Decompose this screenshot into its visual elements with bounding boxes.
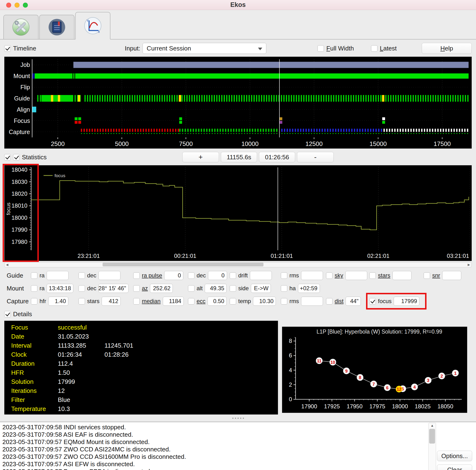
- median-value-field[interactable]: 1184: [163, 297, 184, 306]
- svg-text:18030: 18030: [11, 179, 27, 185]
- ecc-value-field[interactable]: 0.50: [207, 297, 227, 306]
- zoom-out-button[interactable]: -: [297, 152, 334, 162]
- ha-value-field[interactable]: +02:59: [298, 284, 320, 293]
- dec-value-field[interactable]: [99, 271, 120, 280]
- stat-label: alt: [197, 285, 203, 292]
- hfr-value-field[interactable]: 1.40: [48, 297, 68, 306]
- vscroll-thumb[interactable]: [429, 429, 435, 444]
- ra-checkbox[interactable]: [31, 285, 37, 292]
- statistics-hscrollbar[interactable]: ◀ ▶: [4, 262, 472, 267]
- log-panel[interactable]: 2023-05-31T07:09:58 INDI services stoppe…: [0, 422, 476, 470]
- svg-text:18020: 18020: [11, 191, 27, 197]
- input-session-value: Current Session: [147, 45, 191, 52]
- focus-value-field[interactable]: 17999: [394, 297, 419, 306]
- az-value-field[interactable]: 252.62: [150, 284, 173, 293]
- stars-value-field[interactable]: 412: [102, 297, 121, 306]
- detail-value: 11133.285: [58, 342, 104, 349]
- hscroll-thumb[interactable]: [102, 263, 263, 266]
- sky-value-field[interactable]: [345, 271, 367, 280]
- statistics-checkbox-left[interactable]: [4, 154, 11, 160]
- zoom-button[interactable]: [23, 3, 28, 8]
- drift-value-field[interactable]: [250, 271, 272, 280]
- timeline-checkbox[interactable]: [4, 45, 11, 52]
- detail-row-hfr: HFR1.50: [4, 368, 278, 377]
- details-checkbox[interactable]: [4, 311, 11, 317]
- tab-analyze[interactable]: Y x: [75, 12, 110, 39]
- statistics-label: Statistics: [22, 154, 47, 161]
- help-button[interactable]: Help: [422, 43, 472, 54]
- alt-checkbox[interactable]: [188, 285, 194, 292]
- stat-label: side: [238, 285, 249, 292]
- statistics-chart[interactable]: 1798017990180001801018020180301804023:21…: [4, 165, 472, 261]
- zoom-in-button[interactable]: +: [182, 152, 219, 162]
- temp-checkbox[interactable]: [230, 298, 236, 305]
- alt-value-field[interactable]: 49.35: [205, 284, 227, 293]
- scroll-left-icon[interactable]: ◀: [6, 263, 8, 267]
- splitter-handle[interactable]: [0, 415, 476, 422]
- detail-row-date: Date31.05.2023: [4, 332, 278, 341]
- timeline-controls-bar: Timeline Input: Current Session Full Wid…: [4, 42, 472, 54]
- temp-value-field[interactable]: 10.30: [253, 297, 276, 306]
- tab-logs[interactable]: [39, 15, 74, 39]
- stat-guide-drift: drift: [230, 271, 281, 280]
- timeline-chart[interactable]: JobMountFlipGuideAlignFocusCapture250050…: [4, 57, 472, 149]
- titlebar: Ekos: [0, 0, 476, 10]
- az-checkbox[interactable]: [133, 285, 140, 292]
- snr-checkbox[interactable]: [424, 272, 430, 279]
- ha-checkbox[interactable]: [281, 285, 287, 292]
- side-checkbox[interactable]: [230, 285, 236, 292]
- stat-label: rms: [289, 298, 299, 305]
- snr-value-field[interactable]: [442, 271, 461, 280]
- ra-value-field[interactable]: [47, 271, 68, 280]
- dec-value-field[interactable]: 28° 15' 46": [99, 284, 129, 293]
- svg-text:focus: focus: [54, 173, 65, 178]
- dec-value-field[interactable]: 0: [208, 271, 227, 280]
- dec-checkbox[interactable]: [188, 272, 194, 279]
- tab-setup[interactable]: [3, 15, 38, 39]
- input-session-select[interactable]: Current Session: [143, 43, 266, 54]
- rms-value-field[interactable]: [301, 271, 323, 280]
- minimize-button[interactable]: [15, 3, 19, 8]
- svg-text:4: 4: [413, 385, 416, 389]
- close-button[interactable]: [6, 3, 11, 8]
- scroll-right-icon[interactable]: ▶: [468, 263, 470, 267]
- dec-checkbox[interactable]: [79, 272, 85, 279]
- rms-checkbox[interactable]: [281, 272, 287, 279]
- dist-value-field[interactable]: 44": [346, 297, 361, 306]
- ra-checkbox[interactable]: [31, 272, 37, 279]
- ra-value-field[interactable]: 13:43:18: [47, 284, 73, 293]
- detail-value: 31.05.2023: [58, 333, 104, 340]
- stars-checkbox[interactable]: [369, 272, 376, 279]
- detail-row-focus: Focussuccessful: [4, 323, 278, 332]
- detail-row-filter: FilterBlue: [4, 395, 278, 404]
- svg-text:focus: focus: [5, 203, 11, 215]
- focus-checkbox[interactable]: [369, 298, 376, 305]
- side-value-field[interactable]: E->W: [251, 284, 271, 293]
- statistics-checkbox[interactable]: [13, 154, 19, 160]
- drift-checkbox[interactable]: [230, 272, 236, 279]
- ra-pulse-value-field[interactable]: 0: [164, 271, 183, 280]
- dist-checkbox[interactable]: [326, 298, 333, 305]
- options-button-label: Options...: [441, 453, 468, 460]
- stars-checkbox[interactable]: [79, 298, 85, 305]
- full-width-checkbox[interactable]: [318, 45, 324, 52]
- hfr-checkbox[interactable]: [31, 298, 37, 305]
- log-scrollbar[interactable]: ▲ ▼: [428, 423, 436, 470]
- median-checkbox[interactable]: [133, 298, 140, 305]
- full-width-label: Full Width: [326, 45, 354, 52]
- dec-checkbox[interactable]: [79, 285, 85, 292]
- sky-checkbox[interactable]: [326, 272, 333, 279]
- stars-value-field[interactable]: [392, 271, 411, 280]
- ra-pulse-checkbox[interactable]: [133, 272, 140, 279]
- rms-value-field[interactable]: [301, 297, 323, 306]
- options-button[interactable]: Options...: [437, 451, 472, 461]
- focus-vcurve-chart[interactable]: L1P [Blue]: Hyperbola (W) Solution: 1799…: [282, 327, 467, 413]
- rms-checkbox[interactable]: [281, 298, 287, 305]
- svg-text:18010: 18010: [11, 202, 27, 209]
- clear-button[interactable]: Clear: [437, 465, 472, 470]
- ecc-checkbox[interactable]: [188, 298, 194, 305]
- scroll-up-icon[interactable]: ▲: [429, 424, 436, 427]
- stat-label: ecc: [197, 298, 205, 305]
- svg-text:18000: 18000: [11, 214, 27, 221]
- latest-checkbox[interactable]: [371, 45, 377, 52]
